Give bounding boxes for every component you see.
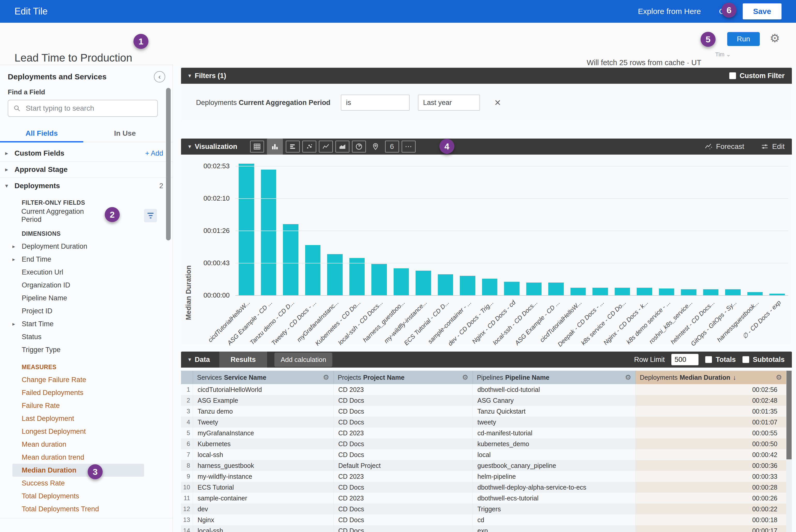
- cell-service-name[interactable]: ECS Tutorial: [193, 482, 334, 493]
- table-row[interactable]: 7 local-ssh CD Docs local 00:00:42: [181, 449, 786, 460]
- cell-service-name[interactable]: harness_guestbook: [193, 460, 334, 471]
- cell-project-name[interactable]: CD Docs: [334, 417, 473, 428]
- table-chart-icon[interactable]: [250, 140, 264, 153]
- map-pin-icon[interactable]: [369, 140, 383, 153]
- field-current-aggregation-period[interactable]: Current Aggregation Period: [13, 208, 157, 223]
- sidebar-field-measure[interactable]: Mean duration trend: [13, 451, 144, 464]
- cell-service-name[interactable]: local-ssh: [193, 525, 334, 532]
- sidebar-field-measure[interactable]: Longest Deployment: [13, 425, 144, 438]
- bar[interactable]: [415, 271, 431, 295]
- table-scrollbar[interactable]: [786, 371, 792, 532]
- custom-filter-checkbox[interactable]: [729, 72, 736, 79]
- sidebar-field-measure[interactable]: Failed Deployments: [13, 386, 144, 399]
- column-gear-icon[interactable]: ⚙: [462, 373, 468, 382]
- bar[interactable]: [327, 254, 343, 295]
- cell-service-name[interactable]: local-ssh: [193, 449, 334, 460]
- cell-pipeline-name[interactable]: Tanzu Quickstart: [473, 406, 636, 417]
- col-header-project-name[interactable]: ProjectsProject Name ⚙: [334, 371, 473, 384]
- bar[interactable]: [283, 224, 298, 295]
- bar[interactable]: [703, 289, 719, 295]
- table-row[interactable]: 4 Tweety CD Docs tweety 00:01:07: [181, 417, 786, 428]
- filter-value-input[interactable]: Last year: [418, 95, 480, 111]
- cell-service-name[interactable]: cicdTutorialHelloWorld: [193, 384, 334, 395]
- cell-median-duration[interactable]: 00:00:26: [636, 493, 786, 504]
- line-chart-icon[interactable]: [319, 140, 333, 153]
- sidebar-group-custom-fields[interactable]: ▸ Custom Fields + Add: [0, 145, 172, 161]
- bar[interactable]: [592, 288, 608, 295]
- cell-service-name[interactable]: dev: [193, 504, 334, 514]
- sidebar-field-dimension[interactable]: ▸ Start Time: [13, 318, 144, 330]
- cell-median-duration[interactable]: 00:00:42: [636, 449, 786, 460]
- edit-visualization-button[interactable]: Edit: [761, 142, 784, 151]
- cell-project-name[interactable]: CD 2023: [334, 493, 473, 504]
- cell-pipeline-name[interactable]: tweety: [473, 417, 636, 428]
- cell-project-name[interactable]: CD Docs: [334, 504, 473, 514]
- bar[interactable]: [349, 258, 365, 296]
- bar-chart-icon[interactable]: [286, 140, 300, 153]
- field-search-box[interactable]: [8, 100, 158, 117]
- sidebar-field-measure[interactable]: Last Deployment: [13, 412, 144, 425]
- table-row[interactable]: 6 Kubernetes CD Docs kubernetes_demo 00:…: [181, 438, 786, 449]
- bar[interactable]: [637, 288, 652, 295]
- col-header-pipeline-name[interactable]: PipelinesPipeline Name ⚙: [473, 371, 636, 384]
- cell-median-duration[interactable]: 00:00:50: [636, 438, 786, 449]
- table-row[interactable]: 5 myGrafanaInstance CD 2023 cd-manifest-…: [181, 428, 786, 438]
- cell-service-name[interactable]: Tanzu demo: [193, 406, 334, 417]
- sidebar-field-measure[interactable]: Total Deployments Trend: [13, 502, 144, 515]
- column-gear-icon[interactable]: ⚙: [625, 373, 631, 382]
- cell-median-duration[interactable]: 00:00:55: [636, 428, 786, 438]
- settings-gear-icon[interactable]: ⚙: [770, 32, 780, 45]
- table-row[interactable]: 13 Nginx CD Docs cd 00:00:18: [181, 514, 786, 525]
- cell-pipeline-name[interactable]: Triggers: [473, 504, 636, 514]
- column-gear-icon[interactable]: ⚙: [776, 373, 782, 382]
- table-row[interactable]: 3 Tanzu demo CD Docs Tanzu Quickstart 00…: [181, 406, 786, 417]
- pie-chart-icon[interactable]: [352, 140, 366, 153]
- totals-toggle[interactable]: Totals: [705, 356, 736, 364]
- subtotals-checkbox[interactable]: [742, 356, 749, 363]
- cell-pipeline-name[interactable]: local: [473, 449, 636, 460]
- sidebar-field-measure[interactable]: Failure Rate: [13, 399, 144, 412]
- results-tab[interactable]: Results: [219, 352, 267, 367]
- cell-project-name[interactable]: CD 2023: [334, 471, 473, 482]
- table-row[interactable]: 1 cicdTutorialHelloWorld CD 2023 dbothwe…: [181, 384, 786, 395]
- remove-filter-icon[interactable]: ×: [495, 96, 501, 109]
- bar[interactable]: [548, 283, 564, 295]
- bar[interactable]: [305, 245, 321, 295]
- cell-project-name[interactable]: CD Docs: [334, 395, 473, 406]
- bar[interactable]: [659, 288, 674, 295]
- subtotals-toggle[interactable]: Subtotals: [742, 356, 784, 364]
- cell-project-name[interactable]: Default Project: [334, 460, 473, 471]
- sidebar-field-measure[interactable]: Total Deployments: [13, 490, 144, 502]
- cell-service-name[interactable]: my-wildfly-instance: [193, 471, 334, 482]
- sidebar-field-measure[interactable]: Change Failure Rate: [13, 373, 144, 386]
- table-row[interactable]: 10 ECS Tutorial CD Docs dbothwell-deploy…: [181, 482, 786, 493]
- caret-down-icon[interactable]: ▾: [188, 143, 191, 150]
- sidebar-field-dimension[interactable]: Project ID: [13, 305, 144, 318]
- sidebar-field-dimension[interactable]: Pipeline Name: [13, 291, 144, 305]
- bar[interactable]: [571, 288, 586, 295]
- sidebar-field-measure[interactable]: Mean duration: [13, 438, 144, 451]
- cell-service-name[interactable]: Kubernetes: [193, 438, 334, 449]
- bar[interactable]: [371, 264, 387, 295]
- caret-down-icon[interactable]: ▾: [188, 72, 191, 79]
- sidebar-field-dimension[interactable]: ▸ Deployment Duration: [13, 240, 144, 253]
- bar[interactable]: [504, 282, 520, 295]
- column-gear-icon[interactable]: ⚙: [323, 373, 329, 382]
- single-value-icon[interactable]: 6: [385, 140, 399, 153]
- filter-by-field-button[interactable]: [144, 209, 157, 222]
- area-chart-icon[interactable]: [335, 140, 349, 153]
- bar[interactable]: [261, 170, 276, 295]
- scatter-chart-icon[interactable]: [302, 140, 316, 153]
- cell-service-name[interactable]: ASG Example: [193, 395, 334, 406]
- bar[interactable]: [239, 164, 254, 295]
- tab-in-use[interactable]: In Use: [83, 126, 167, 142]
- cell-project-name[interactable]: CD Docs: [334, 438, 473, 449]
- cell-service-name[interactable]: sample-container: [193, 493, 334, 504]
- field-search-input[interactable]: [25, 104, 152, 113]
- cell-median-duration[interactable]: 00:00:17: [636, 525, 786, 532]
- bar[interactable]: [482, 279, 498, 295]
- run-button[interactable]: Run: [727, 32, 760, 46]
- caret-down-icon[interactable]: ▾: [188, 356, 191, 363]
- save-button[interactable]: Save: [743, 3, 781, 19]
- collapse-sidebar-button[interactable]: ‹: [154, 71, 165, 82]
